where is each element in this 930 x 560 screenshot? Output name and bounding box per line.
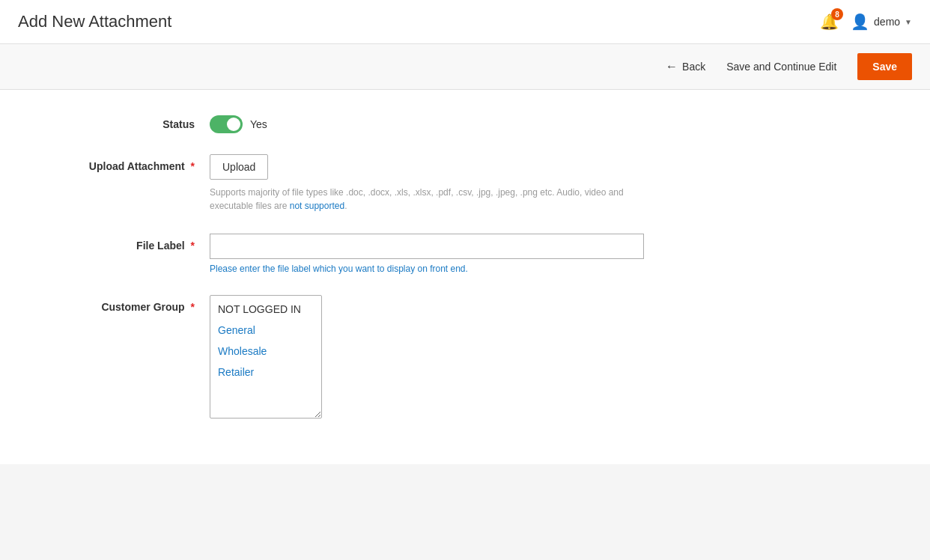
customer-group-row: Customer Group * NOT LOGGED INGeneralWho… — [45, 295, 885, 419]
not-supported-text: not supported — [290, 201, 344, 211]
customer-group-label: Customer Group * — [45, 295, 210, 313]
user-name: demo — [874, 16, 900, 28]
customer-group-required-star: * — [191, 301, 195, 313]
header: Add New Attachment 🔔 8 👤 demo ▼ — [0, 0, 930, 44]
page-title: Add New Attachment — [18, 12, 171, 31]
file-label-label: File Label * — [45, 234, 210, 252]
customer-group-field: NOT LOGGED INGeneralWholesaleRetailer — [210, 295, 885, 419]
save-continue-button[interactable]: Save and Continue Edit — [717, 55, 845, 79]
toolbar: ← Back Save and Continue Edit Save — [0, 44, 930, 90]
chevron-down-icon: ▼ — [905, 18, 912, 26]
save-button[interactable]: Save — [857, 53, 912, 80]
back-arrow-icon: ← — [666, 60, 678, 73]
status-label: Status — [45, 112, 210, 130]
upload-required-star: * — [191, 160, 195, 172]
user-menu[interactable]: 👤 demo ▼ — [851, 13, 912, 31]
file-label-row: File Label * Please enter the file label… — [45, 234, 885, 274]
upload-field: Upload Supports majority of file types l… — [210, 154, 885, 213]
upload-button[interactable]: Upload — [210, 154, 268, 180]
file-label-field: Please enter the file label which you wa… — [210, 234, 885, 274]
upload-row: Upload Attachment * Upload Supports majo… — [45, 154, 885, 213]
header-right: 🔔 8 👤 demo ▼ — [820, 13, 912, 31]
notification-badge: 8 — [831, 8, 843, 20]
toggle-wrapper: Yes — [210, 112, 885, 133]
status-field: Yes — [210, 112, 885, 133]
upload-label: Upload Attachment * — [45, 154, 210, 172]
back-label: Back — [682, 61, 705, 73]
notification-bell[interactable]: 🔔 8 — [820, 13, 839, 31]
status-value-label: Yes — [250, 118, 267, 130]
back-link[interactable]: ← Back — [666, 60, 705, 73]
file-label-hint: Please enter the file label which you wa… — [210, 264, 885, 274]
file-label-required-star: * — [191, 240, 195, 252]
toggle-slider — [210, 115, 243, 133]
customer-group-select[interactable]: NOT LOGGED INGeneralWholesaleRetailer — [210, 295, 322, 419]
main-content: Status Yes Upload Attachment * Upload Su… — [0, 90, 930, 464]
file-label-input[interactable] — [210, 234, 644, 259]
status-toggle[interactable] — [210, 115, 243, 133]
user-icon: 👤 — [851, 13, 869, 31]
status-row: Status Yes — [45, 112, 885, 133]
upload-hint: Supports majority of file types like .do… — [210, 186, 629, 213]
upload-hint-text: Supports majority of file types like .do… — [210, 187, 624, 211]
